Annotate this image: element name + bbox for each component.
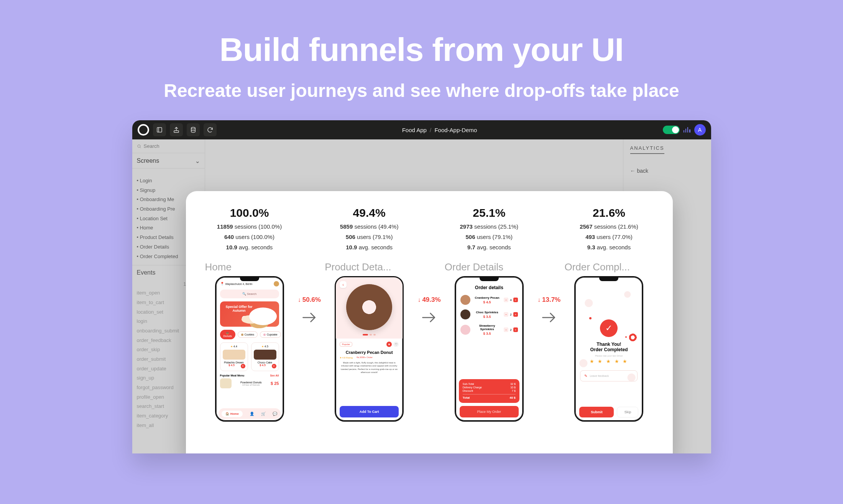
add-icon[interactable]: + (241, 364, 245, 368)
step-sessions: 2567 sessions (21.6%) (564, 223, 653, 230)
location-pin-icon: 📍 (220, 282, 224, 286)
promo-banner[interactable]: Special Offer for Autumn Buy Now (220, 301, 279, 327)
add-to-cart-button[interactable]: Add To Cart (340, 406, 399, 417)
promo-title: Special Offer for Autumn (224, 305, 255, 313)
step-users: 506 users (79.1%) (445, 234, 534, 240)
popular-heading: Popular Meal Menu (220, 374, 245, 377)
sidebar-screen-item[interactable]: Login (137, 176, 200, 186)
arrow-right-icon (541, 309, 557, 326)
search-placeholder: Search (144, 143, 159, 149)
bookmark-icon[interactable]: ♡ (393, 342, 399, 347)
app-titlebar: Food App / Food-App-Demo A (132, 120, 711, 139)
funnel-step[interactable]: 25.1% 2973 sessions (25.1%) 506 users (7… (445, 206, 534, 422)
hero-title: Build funnels from your UI (0, 31, 843, 69)
qty-stepper[interactable]: −2+ (504, 312, 518, 317)
qty-stepper[interactable]: −2+ (504, 327, 518, 332)
live-toggle[interactable] (663, 126, 680, 134)
share-button[interactable] (170, 123, 183, 136)
orders-label: 🛍 2000+ Order (357, 356, 373, 359)
step-sessions: 2973 sessions (25.1%) (445, 223, 534, 230)
order-item-image (460, 295, 470, 305)
sync-button[interactable] (204, 123, 217, 136)
product-hero: ‹ (336, 277, 403, 339)
svg-point-3 (191, 127, 195, 129)
search-input[interactable]: Search (132, 139, 205, 153)
step-name: Home (205, 261, 294, 273)
add-icon[interactable]: + (272, 364, 276, 368)
app-window: Food App / Food-App-Demo A Search Screen… (132, 120, 711, 453)
product-card[interactable]: ★ 4.5Choco Cake$ 4.5+ (251, 342, 279, 371)
edit-icon: ✎ (584, 374, 587, 378)
svg-point-4 (138, 145, 140, 147)
funnel-step[interactable]: 100.0% 11859 sessions (100.0%) 640 users… (205, 206, 294, 422)
hero-subtitle: Recreate user journeys and see where dro… (0, 80, 843, 101)
step-users: 493 users (77.0%) (564, 234, 653, 240)
phone-mockup: ✓ Thank You! Order Completed Please rate… (574, 276, 643, 422)
popular-item[interactable]: Powdered Donuts10 box of Donuts$ 25 (216, 377, 283, 388)
database-button[interactable] (187, 123, 200, 136)
product-card[interactable]: ★ 4.4Pistachio Dream$ 4.5+ (220, 342, 248, 371)
order-item: Choc Sprinkles$ 3.5 −2+ (456, 307, 523, 322)
tab-cart-icon[interactable]: 🛒 (261, 412, 266, 416)
order-item-price: $ 3.5 (473, 332, 501, 335)
step-avg-seconds: 9.7 avg. seconds (445, 244, 534, 250)
tab-chat-icon[interactable]: 💬 (273, 412, 277, 416)
product-image (346, 284, 392, 330)
place-order-button[interactable]: Place My Order (460, 406, 519, 417)
tab-home[interactable]: 🏠 Home (222, 411, 242, 417)
step-users: 506 users (79.1%) (325, 234, 414, 240)
funnel-arrow: ↓50.6% (297, 206, 321, 327)
order-item-image (460, 309, 470, 319)
back-link[interactable]: ← back (630, 168, 704, 174)
tab-profile-icon[interactable]: 👤 (250, 412, 254, 416)
right-panel-title: ANALYTICS (630, 145, 664, 154)
step-avg-seconds: 10.9 avg. seconds (325, 244, 414, 250)
feedback-input[interactable]: ✎Leave feedback (580, 370, 638, 381)
back-button[interactable]: ‹ (340, 281, 347, 288)
star-rating[interactable]: ★ ★ ★ ★ ★ (575, 358, 642, 364)
order-item-name: Strawberry Sprinkles (473, 324, 501, 331)
product-name: Cranberry Pecan Donut (336, 347, 403, 355)
breadcrumb-app[interactable]: Food App (402, 127, 427, 133)
funnel-step[interactable]: 21.6% 2567 sessions (21.6%) 493 users (7… (564, 206, 653, 422)
step-sessions: 5859 sessions (49.4%) (325, 223, 414, 230)
tab-bar: 🏠 Home 👤 🛒 💬 (219, 408, 281, 419)
thank-you-line2: Order Completed (575, 347, 642, 352)
drop-off-label: ↓13.7% (537, 296, 561, 304)
category-chip[interactable]: 🍩 Donuts (220, 330, 235, 339)
see-all-link[interactable]: See All (270, 374, 279, 377)
logo-icon (138, 124, 149, 136)
submit-button[interactable]: Submit (579, 407, 614, 417)
skip-button[interactable]: Skip (617, 407, 638, 417)
chevron-up-icon: ⌃ (195, 157, 200, 164)
step-percent: 21.6% (564, 206, 653, 219)
order-item-name: Cranberry Pecan (473, 296, 501, 299)
home-search[interactable]: 🔍 Search (220, 290, 279, 298)
avatar[interactable]: A (694, 124, 706, 136)
drop-off-label: ↓49.3% (417, 296, 441, 304)
thank-you-line1: Thank You! (575, 342, 642, 347)
like-icon[interactable]: ♥ (386, 342, 392, 347)
funnel-step[interactable]: 49.4% 5859 sessions (49.4%) 506 users (7… (325, 206, 414, 422)
analytics-icon[interactable] (684, 127, 690, 133)
step-percent: 100.0% (205, 206, 294, 219)
svg-line-5 (140, 147, 141, 148)
carousel-dots (363, 334, 376, 335)
step-percent: 49.4% (325, 206, 414, 219)
panel-button[interactable] (153, 123, 166, 136)
breadcrumb-project[interactable]: Food-App-Demo (434, 127, 477, 133)
qty-stepper[interactable]: −4+ (504, 298, 518, 302)
category-chip[interactable]: Cookies (238, 331, 258, 338)
avatar-icon (274, 281, 279, 286)
search-icon (137, 144, 141, 149)
funnel-arrow: ↓49.3% (417, 206, 441, 327)
screens-section-header[interactable]: Screens ⌃ (132, 153, 205, 169)
breadcrumb[interactable]: Food App / Food-App-Demo (220, 127, 659, 133)
popular-tag: Popular (340, 342, 352, 347)
order-item-image (460, 325, 470, 335)
step-users: 640 users (100.0%) (205, 234, 294, 240)
category-chip[interactable]: Cupcake (260, 331, 281, 338)
svg-rect-2 (174, 131, 179, 133)
order-item-price: $ 3.5 (473, 315, 501, 319)
order-item-name: Choc Sprinkles (473, 311, 501, 314)
